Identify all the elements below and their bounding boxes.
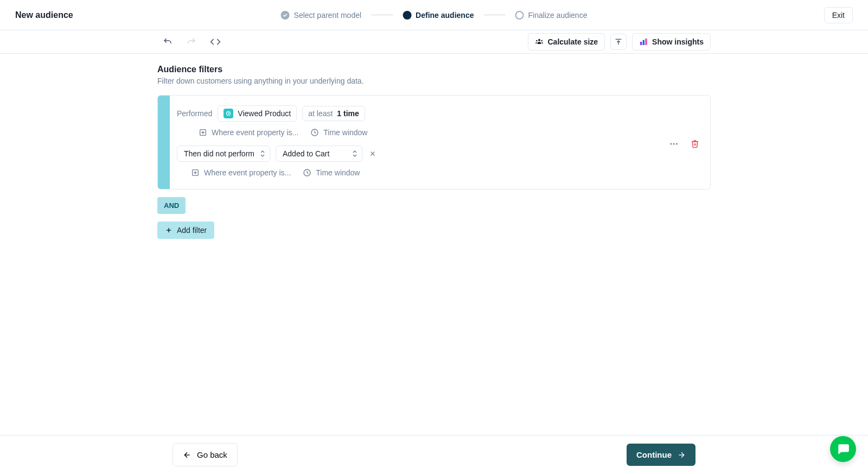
svg-point-1 (536, 40, 538, 42)
sub-options-row: Where event property is... Time window (191, 168, 699, 177)
event-chip-viewed-product[interactable]: Viewed Product (218, 105, 297, 122)
funnel-event-select[interactable]: Added to Cart (276, 146, 362, 162)
performed-label: Performed (177, 109, 212, 118)
add-filter-label: Add filter (177, 226, 207, 235)
footer-bar: Go back Continue (0, 435, 868, 474)
step-label: Select parent model (294, 11, 362, 20)
step-label: Finalize audience (528, 11, 587, 20)
filter-row-performed: Performed Viewed Product at least 1 time (177, 105, 699, 122)
calculate-size-button[interactable]: Calculate size (528, 33, 605, 50)
filter-card: Performed Viewed Product at least 1 time (157, 95, 711, 189)
step-finalize-audience: Finalize audience (515, 11, 587, 20)
time-window-label: Time window (316, 168, 360, 177)
svg-rect-7 (645, 39, 647, 45)
exit-button[interactable]: Exit (824, 7, 853, 23)
active-dot-icon (403, 11, 411, 20)
stepper: Select parent model Define audience Fina… (281, 11, 588, 20)
undo-icon[interactable] (162, 36, 173, 47)
time-window-label: Time window (323, 128, 367, 137)
calculate-size-label: Calculate size (548, 37, 598, 46)
go-back-button[interactable]: Go back (173, 443, 238, 466)
and-operator-badge[interactable]: AND (157, 197, 186, 214)
svg-rect-5 (640, 42, 642, 45)
where-event-label: Where event property is... (204, 168, 291, 177)
funnel-operator-select[interactable]: Then did not perform (177, 146, 270, 162)
time-window-button[interactable]: Time window (303, 168, 360, 177)
step-label: Define audience (416, 11, 474, 20)
step-divider (371, 15, 393, 15)
continue-button[interactable]: Continue (627, 444, 695, 466)
people-icon (535, 37, 544, 46)
section-title: Audience filters (157, 65, 711, 74)
go-back-label: Go back (197, 450, 227, 459)
frequency-prefix: at least (308, 109, 333, 118)
event-icon (224, 109, 233, 118)
caret-sort-icon (260, 150, 265, 157)
svg-point-0 (538, 39, 540, 41)
toolbar: Calculate size Show insights (0, 30, 868, 54)
empty-circle-icon (515, 11, 524, 20)
delete-filter-button[interactable] (691, 140, 699, 148)
svg-point-21 (676, 143, 678, 145)
collapse-button[interactable] (610, 34, 627, 50)
funnel-event-label: Added to Cart (283, 149, 329, 158)
more-options-button[interactable] (669, 139, 679, 149)
svg-point-19 (670, 143, 672, 145)
filter-card-actions (669, 139, 699, 149)
main-content: Audience filters Filter down customers u… (0, 54, 868, 250)
continue-label: Continue (636, 450, 672, 459)
where-event-property-button[interactable]: Where event property is... (199, 128, 298, 137)
show-insights-label: Show insights (652, 37, 704, 46)
page-title: New audience (15, 10, 73, 20)
check-icon (281, 11, 290, 20)
frequency-value: 1 time (337, 109, 359, 118)
where-event-label: Where event property is... (212, 128, 298, 137)
bar-chart-icon (639, 37, 648, 46)
code-icon[interactable] (210, 36, 221, 47)
section-subtitle: Filter down customers using anything in … (157, 77, 711, 85)
frequency-chip[interactable]: at least 1 time (302, 106, 365, 121)
svg-rect-6 (643, 40, 644, 45)
where-event-property-button[interactable]: Where event property is... (191, 168, 291, 177)
event-name: Viewed Product (238, 109, 291, 118)
time-window-button[interactable]: Time window (310, 128, 367, 137)
svg-point-20 (673, 143, 675, 145)
remove-funnel-button[interactable] (368, 149, 378, 159)
svg-point-2 (541, 40, 542, 42)
funnel-operator-label: Then did not perform (184, 149, 254, 158)
redo-icon (186, 36, 197, 47)
step-divider (483, 15, 505, 15)
step-define-audience: Define audience (403, 11, 474, 20)
step-select-parent-model: Select parent model (281, 11, 362, 20)
add-filter-button[interactable]: Add filter (157, 222, 214, 239)
chat-launcher-button[interactable] (830, 436, 856, 462)
show-insights-button[interactable]: Show insights (632, 33, 711, 50)
header-bar: New audience Select parent model Define … (0, 0, 868, 30)
sub-options-row: Where event property is... Time window (199, 128, 699, 137)
filter-row-funnel: Then did not perform Added to Cart (177, 146, 699, 162)
caret-sort-icon (352, 150, 358, 157)
